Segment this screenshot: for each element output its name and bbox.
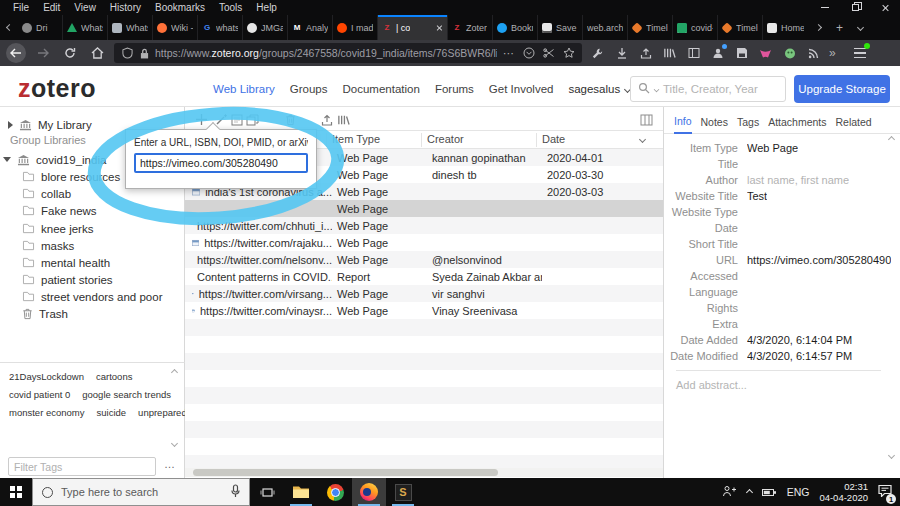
browser-tab[interactable]: Bookm: [493, 15, 538, 40]
collection-collab[interactable]: collab: [22, 185, 71, 202]
user-menu[interactable]: sagesalus: [568, 83, 630, 95]
new-tab-button[interactable]: +: [829, 15, 850, 40]
twisty-expanded-icon[interactable]: [3, 157, 11, 162]
column-header-creator[interactable]: Creator: [427, 133, 464, 145]
url-bar[interactable]: https://www.zotero.org/groups/2467558/co…: [114, 43, 582, 63]
zotero-logo[interactable]: zotero: [18, 74, 96, 103]
shield-icon[interactable]: [121, 45, 133, 62]
tag[interactable]: covid patient 0: [9, 389, 70, 400]
tab-attachments[interactable]: Attachments: [768, 116, 826, 133]
browser-tab-active[interactable]: Z| co: [378, 15, 448, 40]
sidebar-item-group-covid19-india[interactable]: covid19_india: [3, 151, 106, 168]
menu-file[interactable]: File: [6, 0, 36, 15]
browser-tab[interactable]: Whats: [63, 15, 108, 40]
save-icon[interactable]: [733, 45, 750, 62]
overflow-chevrons-icon[interactable]: »: [829, 46, 837, 60]
tab-scroll-right-icon[interactable]: [808, 15, 829, 40]
download-icon[interactable]: [613, 45, 630, 62]
browser-tab[interactable]: I mad: [333, 15, 378, 40]
extension-pink-icon[interactable]: [757, 45, 774, 62]
browser-tab[interactable]: JMGa: [243, 15, 288, 40]
browser-tab[interactable]: MAnalys: [288, 15, 333, 40]
twisty-collapsed-icon[interactable]: [8, 121, 13, 129]
trash-icon[interactable]: [285, 112, 296, 130]
browser-tab[interactable]: Timeli: [718, 15, 763, 40]
nav-web-library[interactable]: Web Library: [213, 83, 275, 95]
library-icon[interactable]: [661, 45, 678, 62]
scrollbar-thumb[interactable]: [193, 469, 498, 476]
file-explorer-icon[interactable]: [284, 478, 318, 506]
sidebar-book-icon[interactable]: [685, 45, 702, 62]
nav-groups[interactable]: Groups: [290, 83, 328, 95]
tag-options-icon[interactable]: …: [164, 458, 175, 470]
taskbar-search-box[interactable]: Type here to search: [32, 478, 250, 506]
restore-button[interactable]: [840, 0, 870, 15]
column-header-date[interactable]: Date: [542, 133, 565, 145]
library-search-box[interactable]: Title, Creator, Year: [630, 76, 786, 102]
collection-street-vendors[interactable]: street vendors and poor: [22, 288, 162, 305]
people-icon[interactable]: [722, 483, 737, 501]
horizontal-scrollbar[interactable]: [185, 468, 663, 477]
collection-patient-stories[interactable]: patient stories: [22, 271, 113, 288]
field-item-type[interactable]: Item TypeWeb Page: [664, 140, 894, 156]
tab-related[interactable]: Related: [836, 116, 872, 133]
new-note-icon[interactable]: [231, 112, 243, 130]
item-row[interactable]: https://twitter.com/virsang... Web Page …: [185, 285, 663, 302]
bibliography-icon[interactable]: [337, 112, 350, 130]
menu-edit[interactable]: Edit: [36, 0, 67, 15]
firefox-icon[interactable]: [352, 478, 386, 506]
sidebar-item-my-library[interactable]: My Library: [8, 116, 92, 133]
tags-scroll-up-icon[interactable]: [171, 369, 178, 376]
details-scroll-down-icon[interactable]: [888, 452, 895, 459]
sort-direction-chevron-icon[interactable]: [639, 136, 646, 143]
browser-tab[interactable]: web.archiv: [583, 15, 628, 40]
tag[interactable]: google search trends: [82, 389, 171, 400]
back-button[interactable]: [6, 43, 26, 63]
field-extra[interactable]: Extra: [664, 316, 894, 332]
collection-knee-jerks[interactable]: knee jerks: [22, 220, 93, 237]
tab-info[interactable]: Info: [674, 115, 692, 134]
menu-tools[interactable]: Tools: [212, 0, 249, 15]
tag[interactable]: cartoons: [96, 371, 132, 382]
rss-icon[interactable]: [805, 45, 822, 62]
browser-tab[interactable]: Timeli: [628, 15, 673, 40]
microphone-icon[interactable]: [231, 484, 240, 500]
tag[interactable]: suicide: [97, 407, 127, 418]
tag[interactable]: monster economy: [9, 407, 85, 418]
column-picker-icon[interactable]: [640, 112, 653, 130]
import-tray-icon[interactable]: [637, 45, 654, 62]
menu-hamburger-icon[interactable]: [852, 45, 869, 62]
collection-blore-resources[interactable]: blore resources: [22, 168, 120, 185]
browser-tab[interactable]: Dri: [18, 15, 63, 40]
bookmark-star-icon[interactable]: [562, 45, 575, 62]
hidden-icons-chevron[interactable]: [746, 488, 753, 495]
tag[interactable]: 21DaysLockdown: [9, 371, 84, 382]
browser-tab[interactable]: Wiki -: [153, 15, 198, 40]
minimize-button[interactable]: [810, 0, 840, 15]
add-abstract-placeholder[interactable]: Add abstract...: [676, 379, 747, 391]
search-mode-chevron-icon[interactable]: [654, 86, 660, 92]
lock-icon[interactable]: [139, 45, 149, 62]
pocket-icon[interactable]: [522, 45, 535, 62]
snip-app-icon[interactable]: S: [386, 478, 420, 506]
field-accessed[interactable]: Accessed: [664, 268, 894, 284]
menu-help[interactable]: Help: [249, 0, 284, 15]
sidebar-item-trash[interactable]: Trash: [22, 305, 68, 322]
export-icon[interactable]: [321, 112, 333, 130]
menu-view[interactable]: View: [67, 0, 103, 15]
screenshot-icon[interactable]: [542, 45, 555, 62]
column-header-item-type[interactable]: Item Type: [332, 133, 380, 145]
item-row[interactable]: https://twitter.com/chhuti_i... Web Page: [185, 217, 663, 234]
start-button[interactable]: [0, 478, 32, 506]
tags-scroll-down-icon[interactable]: [171, 440, 178, 447]
browser-tab[interactable]: Gwhats: [198, 15, 243, 40]
menu-history[interactable]: History: [103, 0, 148, 15]
wrench-icon[interactable]: [589, 45, 606, 62]
reload-button[interactable]: [60, 43, 80, 63]
nav-documentation[interactable]: Documentation: [343, 83, 420, 95]
duplicate-icon[interactable]: [246, 112, 259, 130]
item-row[interactable]: Content patterns in COVID... Report Syed…: [185, 268, 663, 285]
tab-notes[interactable]: Notes: [701, 116, 728, 133]
chrome-icon[interactable]: [318, 478, 352, 506]
notification-center-icon[interactable]: 1: [878, 483, 892, 501]
